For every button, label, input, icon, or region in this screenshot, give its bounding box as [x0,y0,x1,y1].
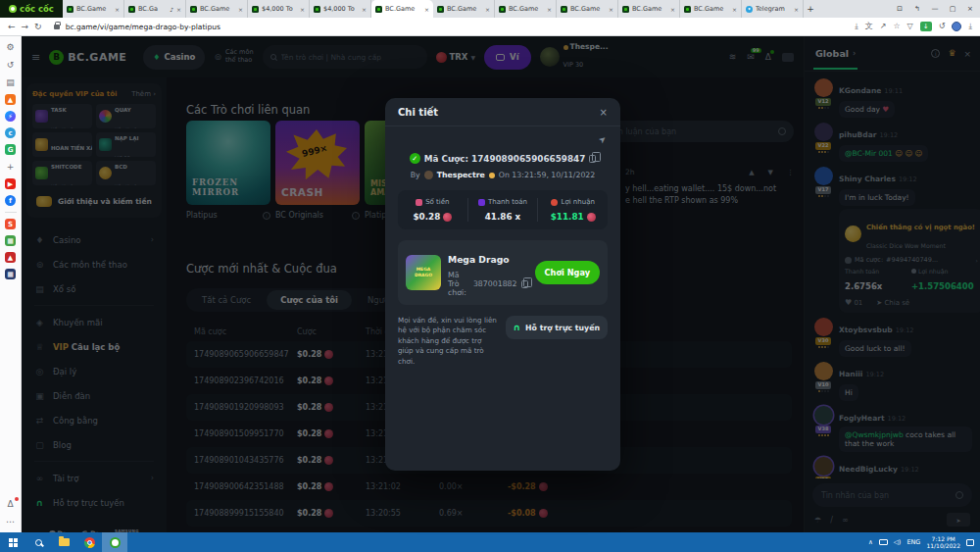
copy-icon[interactable] [521,280,528,288]
share-bet-icon[interactable]: ➤ [597,133,611,148]
url-text[interactable]: bc.game/vi/game/mega-drago-by-platipus [66,23,850,31]
hidden-icons-chevron[interactable]: ∧ [868,538,873,546]
shop-orange-icon[interactable]: S [5,219,16,229]
tab-close-icon[interactable]: × [732,6,737,13]
vip-badge-icon [489,173,495,178]
amount-icon [416,199,422,206]
browser-tab[interactable]: BC.Ga♪× [124,0,186,18]
browser-tab[interactable]: BC.Game× [433,0,495,18]
translate-icon[interactable]: 文 [865,23,873,30]
downloads-icon[interactable]: ⤓ [968,23,972,30]
browser-tab[interactable]: BC.Game× [495,0,557,18]
bettor-username[interactable]: Thespectre [437,171,485,179]
new-tab-button[interactable]: + [804,0,817,18]
more-icon[interactable]: ⋯ [5,516,17,527]
back-icon[interactable]: ← [8,23,16,31]
reload-icon[interactable]: ↻ [34,23,42,31]
save-page-icon[interactable]: ⤓ [855,23,858,30]
reading-list-icon[interactable]: ▤ [5,76,17,88]
browser-tab[interactable]: BC.Game× [618,0,680,18]
notifications-bell-icon[interactable]: Δ [5,498,17,510]
play-now-button[interactable]: Chơi Ngay [535,261,600,284]
start-button[interactable] [0,532,25,552]
tab-close-icon[interactable]: × [176,6,181,13]
live-support-button[interactable]: ∩Hỗ trợ trực tuyến [506,316,608,339]
file-explorer-icon[interactable] [51,532,76,552]
action-center-icon[interactable] [966,539,974,546]
tab-preview-icon[interactable]: ⊡ [892,5,907,13]
bcgame-favicon [561,6,567,13]
bcgame-favicon [67,6,74,13]
forward-icon[interactable]: → [22,23,29,31]
taskbar-search-icon[interactable] [25,532,51,552]
bettor-avatar [424,171,433,179]
profile-avatar[interactable] [952,22,961,31]
bet-details-modal: Chi tiết × ➤ ✓ Mã Cược: 1749089065906659… [385,98,620,471]
youtube-icon[interactable]: ▶ [5,178,16,189]
minimize-button[interactable]: — [927,5,943,13]
tab-close-icon[interactable]: × [115,6,120,13]
browser-tab-telegram[interactable]: Telegram× [742,0,804,18]
sync-icon[interactable]: ↺ [939,23,946,30]
browser-tab[interactable]: BC.Game× [186,0,248,18]
network-icon[interactable] [879,539,888,545]
windows-taskbar: ∧ ◁) ENG 7:12 PM11/10/2022 [0,532,980,552]
help-text: Mọi vấn đề, xin vui lòng liên hệ với bộ … [398,316,498,367]
chrome-icon[interactable] [76,532,102,552]
share-icon[interactable]: ↗ [880,23,887,30]
tab-close-icon[interactable]: × [424,6,429,13]
game-thumbnail[interactable]: MEGADRAGO [406,255,441,290]
hot-icon[interactable]: ▲ [5,94,16,105]
browser-tab[interactable]: BC.Game× [557,0,618,18]
game-id-value: 387001882 [473,279,517,288]
coccoc-brand[interactable]: cốc cốc [0,0,63,18]
bcgame-favicon [622,6,629,13]
settings-gear-icon[interactable]: ⚙ [5,41,17,53]
close-button[interactable]: × [962,5,978,13]
clock[interactable]: 7:12 PM11/10/2022 [926,535,960,550]
tab-audio-icon[interactable]: ♪ [170,6,173,13]
tab-close-icon[interactable]: × [238,6,243,13]
add-shortcut-icon[interactable]: + [5,161,17,173]
bet-timestamp: On 13:21:59, 10/11/2022 [499,171,595,179]
game-info-card: MEGADRAGO Mega Drago Mã Trò chơi: 387001… [398,240,608,305]
chat-app-icon[interactable]: c [5,127,16,138]
tab-close-icon[interactable]: × [485,6,490,13]
history-icon[interactable]: ↺ [5,59,17,71]
shop-red-green-icon[interactable]: ▲ [5,252,16,263]
tab-close-icon[interactable]: × [300,6,305,13]
bcgame-page: ≡ B BC.GAME ♦ Casino ⊚ Các mônthể thao [22,36,980,532]
modal-close-icon[interactable]: × [600,107,608,118]
download-extension-icon[interactable]: ↓ [920,22,932,31]
bcgame-favicon [190,6,197,13]
browser-tab-active[interactable]: BC.Game× [371,0,433,18]
browser-tab[interactable]: $4,000 To× [310,0,371,18]
tab-close-icon[interactable]: × [670,6,675,13]
coin-icon [587,213,596,222]
tab-close-icon[interactable]: × [609,6,613,13]
games-icon[interactable]: G [5,144,16,155]
language-indicator[interactable]: ENG [906,538,920,546]
volume-icon[interactable]: ◁) [894,538,902,546]
browser-tab[interactable]: BC.Game× [680,0,742,18]
facebook-icon[interactable]: f [5,195,16,206]
lock-icon[interactable] [54,25,60,29]
recent-tabs-icon[interactable]: ↰ [909,5,925,13]
tab-close-icon[interactable]: × [794,6,799,13]
copy-icon[interactable] [589,155,596,163]
tab-close-icon[interactable]: × [362,6,367,13]
browser-tab[interactable]: $4,000 To× [248,0,310,18]
shop-green-icon[interactable]: ▦ [5,235,16,246]
app-navy-icon[interactable]: ▦ [5,269,16,279]
screen: cốc cốc BC.Game× BC.Ga♪× BC.Game× $4,000… [0,0,980,552]
coccoc-taskbar-icon[interactable] [102,532,127,552]
tab-strip: BC.Game× BC.Ga♪× BC.Game× $4,000 To× $4,… [63,0,892,18]
maximize-button[interactable]: ▢ [945,5,960,13]
adblock-shield-icon[interactable]: ▽ [907,23,913,30]
browser-tab[interactable]: BC.Game× [63,0,124,18]
tab-close-icon[interactable]: × [547,6,552,13]
messenger-icon[interactable]: ⚡ [5,111,16,122]
bookmark-star-icon[interactable]: ☆ [893,23,900,30]
telegram-favicon [746,6,753,13]
addressbar-icons: ⤓ 文 ↗ ☆ ▽ ↓ ↺ ⤓ [855,22,972,31]
